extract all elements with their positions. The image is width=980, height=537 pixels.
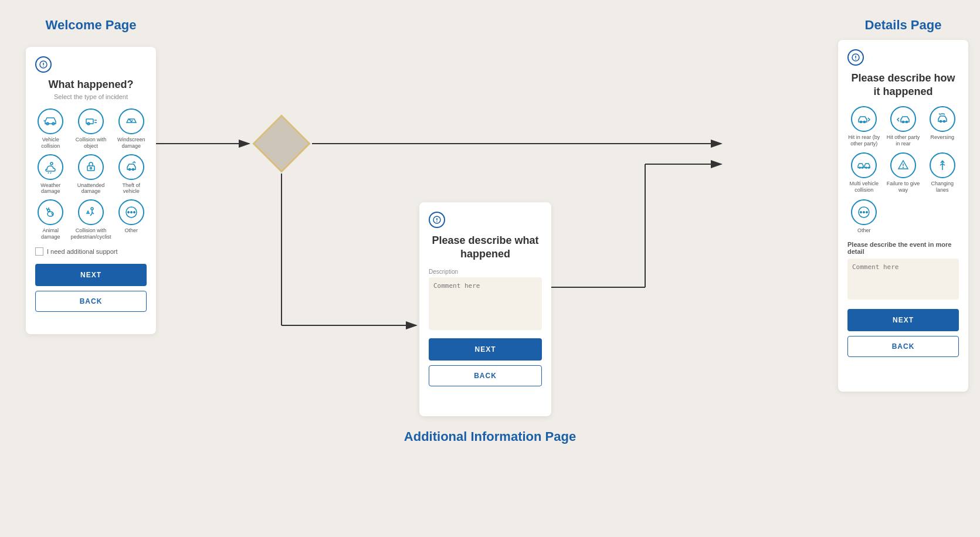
support-checkbox[interactable] (35, 247, 43, 256)
details-incident-reversing[interactable]: Reversing (925, 106, 959, 147)
incident-label: Hit in rear (by other party) (847, 134, 881, 147)
svg-line-10 (48, 172, 49, 174)
details-card: Please describe how it happened Hit in r… (838, 40, 968, 392)
incident-label: Collision with pedestrian/cyclist (70, 227, 111, 240)
svg-point-12 (50, 162, 53, 165)
incident-label: Failure to give way (887, 181, 920, 193)
support-row: I need additional support (35, 247, 147, 256)
welcome-subtitle: Select the type of incident (35, 93, 147, 100)
svg-point-44 (860, 211, 862, 213)
incident-label: Reversing (930, 134, 954, 141)
details-page-title: Details Page (838, 18, 968, 33)
welcome-title: What happened? (35, 79, 147, 91)
additional-back-button[interactable]: BACK (429, 365, 542, 386)
welcome-page-title: Welcome Page (26, 18, 156, 33)
incident-label: Changing lanes (925, 181, 959, 193)
incident-item-collision-object[interactable]: Collision with object (70, 108, 111, 149)
svg-point-26 (436, 221, 438, 222)
welcome-card: What happened? Select the type of incide… (26, 47, 156, 334)
details-incident-multi-vehicle[interactable]: Multi vehicle collision (847, 152, 881, 193)
support-label: I need additional support (47, 248, 117, 255)
svg-point-9 (129, 119, 130, 120)
svg-rect-13 (87, 166, 94, 171)
incident-label: Animal damage (35, 227, 66, 240)
incident-label: Other (857, 227, 871, 234)
details-incident-give-way[interactable]: Failure to give way (887, 152, 920, 193)
incident-label: Hit other party in rear (887, 134, 920, 147)
description-textarea[interactable] (429, 277, 542, 330)
logo-icon (39, 60, 48, 69)
svg-point-42 (903, 167, 904, 168)
svg-point-22 (133, 212, 135, 213)
svg-point-20 (127, 212, 129, 213)
incident-item-other[interactable]: Other (116, 199, 147, 240)
details-next-button[interactable]: NEXT (847, 309, 959, 331)
incident-label: Weather damage (35, 182, 66, 195)
incident-item-unattended[interactable]: Unattended damage (70, 154, 111, 195)
incident-label: Multi vehicle collision (847, 181, 881, 193)
details-incident-hit-rear[interactable]: Hit in rear (by other party) (847, 106, 881, 147)
details-logo (847, 49, 864, 66)
event-detail-textarea[interactable] (847, 259, 959, 300)
svg-point-18 (48, 209, 50, 212)
incident-label: Unattended damage (70, 182, 111, 195)
additional-info-card: Please describe what happened Descriptio… (419, 202, 551, 416)
details-incident-grid: Hit in rear (by other party) Hit other p… (847, 106, 959, 234)
incident-item-weather[interactable]: Weather damage (35, 154, 66, 195)
description-label: Description (429, 268, 542, 275)
incident-label: Windscreen damage (116, 137, 147, 149)
details-incident-hit-other-rear[interactable]: Hit other party in rear (887, 106, 920, 147)
incident-item-vehicle-collision[interactable]: Vehicle collision (35, 108, 66, 149)
incident-label: Vehicle collision (35, 137, 66, 149)
svg-point-45 (863, 211, 865, 213)
svg-point-2 (43, 66, 44, 67)
details-incident-changing-lanes[interactable]: Changing lanes (925, 152, 959, 193)
svg-point-21 (130, 212, 132, 213)
incident-label: Collision with object (70, 137, 111, 149)
additional-title: Please describe what happened (429, 234, 542, 261)
incident-label: Other (125, 227, 138, 234)
svg-point-29 (855, 59, 856, 60)
additional-info-page-title: Additional Information Page (404, 429, 576, 444)
incident-grid: Vehicle collision Collision with object … (35, 108, 147, 240)
welcome-back-button[interactable]: BACK (35, 291, 147, 312)
additional-logo (429, 212, 445, 228)
logo-icon (432, 215, 442, 225)
welcome-logo (35, 56, 52, 73)
details-incident-other[interactable]: Other (847, 199, 881, 234)
logo-icon (851, 53, 860, 62)
incident-item-theft[interactable]: Theft of vehicle (116, 154, 147, 195)
svg-point-19 (91, 208, 93, 210)
incident-label: Theft of vehicle (116, 182, 147, 195)
decision-diamond (252, 114, 311, 173)
details-title: Please describe how it happened (847, 72, 959, 99)
incident-item-pedestrian[interactable]: Collision with pedestrian/cyclist (70, 199, 111, 240)
svg-point-14 (90, 167, 92, 169)
additional-next-button[interactable]: NEXT (429, 338, 542, 361)
event-detail-label: Please describe the event in more detail (847, 241, 959, 255)
details-back-button[interactable]: BACK (847, 336, 959, 357)
svg-point-46 (866, 211, 868, 213)
incident-item-animal[interactable]: Animal damage (35, 199, 66, 240)
svg-line-11 (50, 172, 51, 174)
incident-item-windscreen[interactable]: Windscreen damage (116, 108, 147, 149)
welcome-next-button[interactable]: NEXT (35, 264, 147, 286)
